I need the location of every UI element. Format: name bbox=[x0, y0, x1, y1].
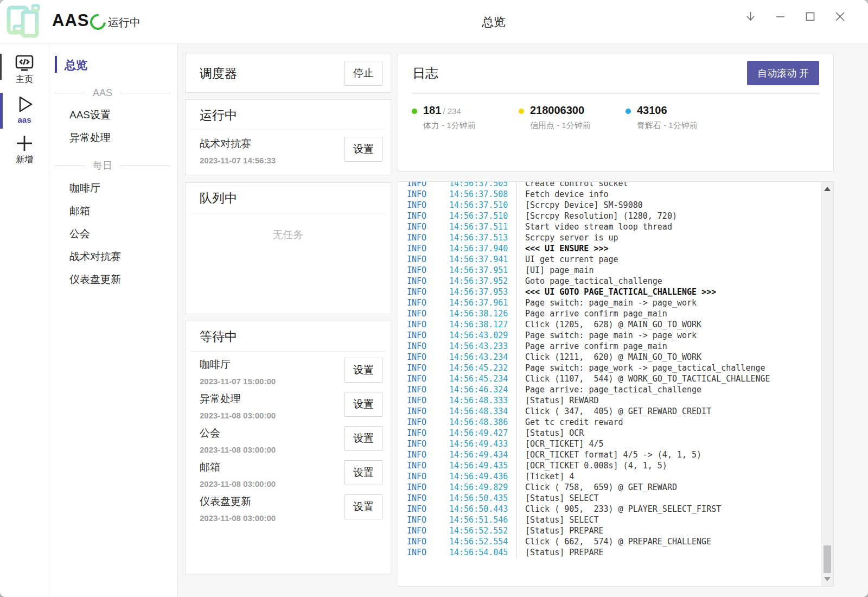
close-button[interactable] bbox=[834, 10, 846, 23]
log-separator bbox=[516, 341, 517, 352]
task-time: 2023-11-07 15:00:00 bbox=[200, 377, 344, 386]
rail-label: aas bbox=[0, 115, 49, 124]
log-row: INFO 14:56:45.232 Page switch: page_work… bbox=[398, 363, 833, 373]
maximize-button[interactable] bbox=[804, 10, 816, 23]
log-level: INFO bbox=[398, 417, 449, 428]
hide-to-tray-button[interactable] bbox=[744, 10, 757, 23]
task-name: 异常处理 bbox=[200, 392, 344, 406]
log-message: Create control socket bbox=[525, 181, 628, 189]
sidebar-item-tactical-challenge[interactable]: 战术对抗赛 bbox=[49, 250, 177, 263]
log-timestamp: 14:56:54.045 bbox=[449, 547, 516, 558]
log-timestamp: 14:56:52.552 bbox=[449, 525, 516, 536]
log-timestamp: 14:56:48.386 bbox=[449, 417, 516, 428]
waiting-task-row: 仪表盘更新 2023-11-08 03:00:00 设置 bbox=[186, 488, 391, 523]
log-message: Click (1205, 628) @ MAIN_GO_TO_WORK bbox=[525, 319, 701, 330]
rail-item-home[interactable]: 主页 bbox=[0, 53, 49, 85]
log-level: INFO bbox=[398, 232, 449, 243]
log-row: INFO 14:56:43.233 Page arrive confirm pa… bbox=[398, 341, 833, 352]
running-spinner-icon bbox=[87, 11, 109, 33]
window-controls bbox=[744, 10, 846, 23]
log-console[interactable]: INFO 14:56:37.505 Create control socket … bbox=[398, 181, 834, 587]
log-row: INFO 14:56:54.045 [Status] PREPARE bbox=[398, 547, 833, 558]
log-row: INFO 14:56:52.552 [Status] PREPARE bbox=[398, 525, 833, 536]
log-timestamp: 14:56:49.829 bbox=[449, 482, 516, 493]
log-row: INFO 14:56:49.427 [Status] OCR bbox=[398, 428, 833, 439]
log-timestamp: 14:56:37.953 bbox=[449, 287, 516, 297]
stop-button[interactable]: 停止 bbox=[344, 61, 382, 86]
log-row: INFO 14:56:48.333 [Status] REWARD bbox=[398, 395, 833, 406]
log-message: Scrcpy server is up bbox=[525, 232, 618, 243]
log-timestamp: 14:56:43.234 bbox=[449, 352, 516, 363]
log-message: Page arrive confirm page_main bbox=[525, 341, 667, 352]
log-level: INFO bbox=[398, 439, 449, 449]
task-name: 咖啡厅 bbox=[200, 358, 344, 372]
resource-stat: 43106 青辉石 - 1分钟前 bbox=[626, 104, 732, 131]
log-message: Page arrive: page_tactical_challenge bbox=[525, 384, 701, 395]
log-level: INFO bbox=[398, 221, 449, 232]
log-timestamp: 14:56:49.427 bbox=[449, 428, 516, 439]
log-level: INFO bbox=[398, 308, 449, 319]
sidebar-item-mailbox[interactable]: 邮箱 bbox=[49, 204, 177, 218]
log-separator bbox=[516, 297, 517, 308]
log-title: 日志 bbox=[412, 65, 747, 82]
sidebar-item-cafe[interactable]: 咖啡厅 bbox=[49, 181, 177, 195]
sidebar-item-guild[interactable]: 公会 bbox=[49, 227, 177, 240]
settings-button[interactable]: 设置 bbox=[344, 358, 382, 383]
log-message: [OCR_TICKET format] 4/5 -> (4, 1, 5) bbox=[525, 449, 701, 460]
settings-button[interactable]: 设置 bbox=[344, 137, 382, 162]
scroll-up-arrow[interactable] bbox=[824, 187, 831, 191]
log-message: [Ticket] 4 bbox=[525, 471, 574, 482]
sidebar-item-exception-handling[interactable]: 异常处理 bbox=[49, 131, 177, 144]
log-message: Start video stream loop thread bbox=[525, 221, 672, 232]
log-timestamp: 14:56:45.234 bbox=[449, 373, 516, 384]
log-row: INFO 14:56:37.511 Start video stream loo… bbox=[398, 221, 833, 232]
log-separator bbox=[516, 276, 517, 287]
settings-button[interactable]: 设置 bbox=[344, 392, 382, 417]
app-logo-icon bbox=[4, 4, 43, 39]
log-separator bbox=[516, 536, 517, 547]
log-row: INFO 14:56:49.433 [OCR_TICKET] 4/5 bbox=[398, 439, 833, 449]
log-level: INFO bbox=[398, 243, 449, 254]
log-level: INFO bbox=[398, 189, 449, 200]
log-level: INFO bbox=[398, 265, 449, 276]
scrollbar-thumb[interactable] bbox=[824, 545, 831, 573]
scroll-down-arrow[interactable] bbox=[824, 577, 831, 581]
queued-card: 队列中 无任务 bbox=[185, 182, 391, 314]
settings-button[interactable]: 设置 bbox=[344, 494, 382, 519]
stat-total: / 234 bbox=[443, 106, 461, 116]
sidebar-item-dashboard-update[interactable]: 仪表盘更新 bbox=[49, 272, 177, 286]
log-timestamp: 14:56:37.505 bbox=[449, 181, 516, 189]
log-separator bbox=[516, 384, 517, 395]
log-timestamp: 14:56:49.435 bbox=[449, 460, 516, 471]
log-timestamp: 14:56:49.433 bbox=[449, 439, 516, 449]
scheduler-title: 调度器 bbox=[200, 65, 344, 82]
resource-stat: 218006300 信用点 - 1分钟前 bbox=[519, 104, 626, 131]
title-bar: AAS 运行中 总览 bbox=[0, 0, 868, 44]
settings-button[interactable]: 设置 bbox=[344, 426, 382, 451]
minimize-button[interactable] bbox=[774, 10, 787, 23]
log-message: [Scrcpy Resolution] (1280, 720) bbox=[525, 211, 677, 221]
section-title: 每日 bbox=[93, 159, 112, 172]
task-name: 仪表盘更新 bbox=[200, 494, 344, 509]
log-level: INFO bbox=[398, 330, 449, 341]
log-scrollbar[interactable] bbox=[821, 182, 833, 586]
log-separator bbox=[516, 428, 517, 439]
autoscroll-toggle-button[interactable]: 自动滚动 开 bbox=[747, 61, 819, 85]
log-message: Fetch device info bbox=[525, 189, 609, 200]
rail-item-aas[interactable]: aas bbox=[0, 94, 49, 124]
log-timestamp: 14:56:46.324 bbox=[449, 384, 516, 395]
settings-button[interactable]: 设置 bbox=[344, 460, 382, 485]
log-timestamp: 14:56:51.546 bbox=[449, 515, 516, 525]
log-row: INFO 14:56:38.127 Click (1205, 628) @ MA… bbox=[398, 319, 833, 330]
queued-title: 队列中 bbox=[186, 183, 391, 213]
log-separator bbox=[516, 525, 517, 536]
log-level: INFO bbox=[398, 515, 449, 525]
task-time: 2023-11-07 14:56:33 bbox=[200, 156, 344, 165]
sidebar-item-overview[interactable]: 总览 bbox=[55, 58, 177, 73]
log-separator bbox=[516, 417, 517, 428]
sidebar-item-aas-settings[interactable]: AAS设置 bbox=[49, 108, 177, 122]
log-message: Click ( 347, 405) @ GET_REWARD_CREDIT bbox=[525, 406, 711, 417]
rail-item-add[interactable]: 新增 bbox=[0, 133, 49, 166]
log-level: INFO bbox=[398, 319, 449, 330]
log-timestamp: 14:56:38.127 bbox=[449, 319, 516, 330]
